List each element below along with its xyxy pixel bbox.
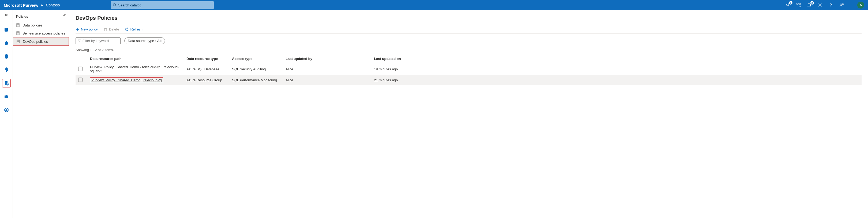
col-path[interactable]: Data resource path: [87, 54, 184, 63]
svg-rect-8: [5, 28, 8, 32]
page-title: DevOps Policies: [75, 15, 862, 21]
rail-item-management[interactable]: [2, 92, 11, 101]
svg-line-1: [116, 5, 117, 6]
search-box[interactable]: [111, 1, 214, 9]
new-policy-button[interactable]: New policy: [75, 27, 98, 31]
nav-item-devops-policies[interactable]: DevOps policies: [13, 37, 69, 46]
rail-item-policies[interactable]: [2, 79, 11, 87]
table-row[interactable]: Purview_Policy _Shared_Demo›relecloud-rg…: [75, 63, 862, 75]
filter-icon: [78, 39, 81, 42]
new-label: New policy: [81, 27, 98, 31]
cell-path[interactable]: Purview_Policy _Shared_Demo›relecloud-rg: [87, 75, 184, 85]
table-row[interactable]: Purview_Policy _Shared_Demo›relecloud-rg…: [75, 75, 862, 85]
cell-by: Alice: [283, 63, 371, 75]
pill-label: Data source type :: [128, 39, 156, 43]
filter-box[interactable]: [75, 37, 121, 44]
settings-icon[interactable]: [817, 2, 823, 8]
svg-point-11: [5, 68, 8, 71]
result-count: Showing 1 - 2 of 2 items.: [75, 48, 862, 52]
nav-label: Self-service access policies: [23, 31, 65, 35]
row-checkbox[interactable]: [78, 78, 83, 82]
delete-label: Delete: [109, 27, 119, 31]
app-header: Microsoft Purview ▶ Contoso 1 2: [0, 0, 868, 10]
cell-path[interactable]: Purview_Policy _Shared_Demo›relecloud-rg…: [87, 63, 184, 75]
filter-row: Data source type : All: [75, 37, 862, 44]
rail-item-insights[interactable]: [2, 66, 11, 74]
policy-icon: [16, 23, 20, 27]
main-content: DevOps Policies New policy Delete Refres…: [69, 10, 868, 218]
expand-rail-icon[interactable]: ≫: [5, 13, 8, 17]
col-updated-on[interactable]: Last updated on↓: [371, 54, 862, 63]
chevron-right-icon: ›: [161, 66, 162, 69]
search-container: [111, 1, 214, 9]
pill-value: All: [157, 39, 162, 43]
announcements-icon[interactable]: 1: [785, 2, 791, 8]
secondary-nav: ≪ Policies Data policies Self-service ac…: [13, 10, 69, 218]
refresh-button[interactable]: Refresh: [125, 27, 143, 31]
cell-access: SQL Performance Monitoring: [229, 75, 283, 85]
rail-item-catalog[interactable]: [2, 26, 11, 34]
svg-rect-3: [799, 3, 801, 4]
policies-table: Data resource path Data resource type Ac…: [75, 54, 862, 85]
cell-on: 19 minutes ago: [371, 63, 862, 75]
data-source-type-filter[interactable]: Data source type : All: [124, 37, 165, 44]
header-right: 1 2 A: [785, 2, 864, 8]
nav-label: Data policies: [23, 23, 42, 27]
svg-point-0: [113, 3, 116, 6]
refresh-label: Refresh: [130, 27, 143, 31]
chevron-right-icon: ›: [140, 66, 141, 69]
rail-item-map[interactable]: [2, 39, 11, 47]
chevron-right-icon: ▶: [41, 3, 43, 7]
search-input[interactable]: [118, 3, 212, 7]
graph-icon[interactable]: [796, 2, 802, 8]
nav-label: DevOps policies: [23, 40, 48, 44]
nav-item-self-service[interactable]: Self-service access policies: [13, 29, 69, 37]
policy-icon: [16, 31, 20, 35]
col-access[interactable]: Access type: [229, 54, 283, 63]
sort-desc-icon: ↓: [402, 57, 403, 61]
col-updated-by[interactable]: Last updated by: [283, 54, 371, 63]
svg-rect-14: [5, 96, 8, 98]
cell-by: Alice: [283, 75, 371, 85]
nav-item-data-policies[interactable]: Data policies: [13, 21, 69, 29]
cell-type: Azure Resource Group: [184, 75, 229, 85]
user-avatar[interactable]: A: [857, 2, 864, 8]
toolbar: New policy Delete Refresh: [75, 25, 862, 34]
policy-icon: [16, 39, 21, 44]
svg-rect-2: [797, 3, 798, 4]
svg-rect-29: [104, 29, 106, 31]
help-icon[interactable]: [828, 2, 834, 8]
announcements-badge: 1: [789, 1, 793, 5]
product-name[interactable]: Microsoft Purview: [4, 3, 38, 7]
svg-point-7: [840, 4, 842, 5]
svg-rect-15: [6, 95, 7, 96]
svg-point-13: [6, 83, 8, 85]
svg-rect-9: [5, 29, 7, 29]
col-select[interactable]: [75, 54, 87, 63]
row-checkbox[interactable]: [78, 67, 83, 71]
search-icon: [113, 3, 117, 7]
cell-on: 21 minutes ago: [371, 75, 862, 85]
left-rail: ≫: [0, 10, 13, 218]
nav-title: Policies: [13, 13, 69, 21]
notifications-icon[interactable]: 2: [806, 2, 812, 8]
tenant-name[interactable]: Contoso: [46, 3, 60, 7]
rail-item-data[interactable]: [2, 52, 11, 61]
highlighted-path: Purview_Policy _Shared_Demo›relecloud-rg: [90, 77, 163, 83]
svg-point-5: [819, 4, 820, 6]
header-left: Microsoft Purview ▶ Contoso: [4, 3, 60, 7]
body: ≫ ≪ Policies Data policies: [0, 10, 868, 218]
filter-input[interactable]: [83, 39, 118, 43]
svg-point-17: [6, 109, 7, 110]
collapse-nav-icon[interactable]: ≪: [63, 13, 66, 17]
col-type[interactable]: Data resource type: [184, 54, 229, 63]
delete-button: Delete: [104, 27, 119, 31]
rail-item-privacy[interactable]: [2, 106, 11, 114]
table-header-row: Data resource path Data resource type Ac…: [75, 54, 862, 63]
svg-rect-4: [799, 6, 801, 7]
feedback-icon[interactable]: [839, 2, 844, 8]
cell-type: Azure SQL Database: [184, 63, 229, 75]
chevron-right-icon: ›: [142, 79, 142, 82]
notifications-badge: 2: [810, 1, 814, 5]
cell-access: SQL Security Auditing: [229, 63, 283, 75]
